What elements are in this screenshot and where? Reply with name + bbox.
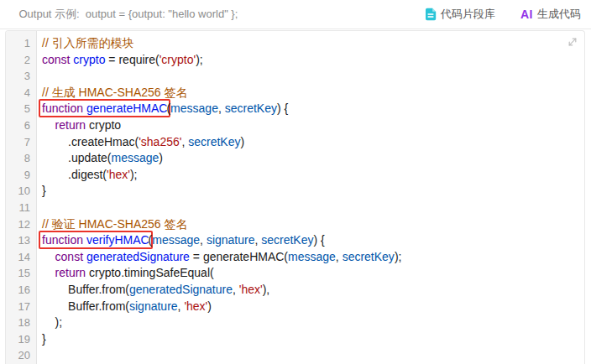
line-number-gutter: 1234567891011121314151617181920 xyxy=(6,31,37,364)
code-token: ); xyxy=(42,315,62,329)
code-token xyxy=(42,266,55,279)
code-line xyxy=(42,200,584,216)
code-token: ); xyxy=(395,250,402,263)
code-token: .createHmac( xyxy=(42,135,139,148)
code-token: const xyxy=(42,53,70,66)
code-token: verifyHMAC xyxy=(86,233,149,247)
code-token: 'hex' xyxy=(184,299,207,313)
code-content[interactable]: // 引入所需的模块const crypto = require('crypto… xyxy=(37,31,584,364)
code-line: function verifyHMAC(message, signature, … xyxy=(42,232,584,249)
code-token: = require( xyxy=(105,53,159,66)
document-icon xyxy=(425,8,437,21)
line-number: 4 xyxy=(6,85,36,101)
code-token: ) xyxy=(240,135,244,148)
code-token: message xyxy=(152,233,200,247)
code-token: , xyxy=(233,283,239,296)
code-line: .update(message) xyxy=(42,150,584,167)
code-token: 'crypto' xyxy=(160,53,196,66)
code-token: signature xyxy=(207,233,255,247)
ai-icon: AI xyxy=(520,8,533,21)
line-number: 19 xyxy=(6,331,36,348)
code-token: ) xyxy=(207,299,212,313)
code-line: ); xyxy=(42,315,584,331)
highlight-box: function generateHMAC xyxy=(39,99,170,117)
line-number: 10 xyxy=(6,183,36,200)
code-token: 'sha256' xyxy=(139,135,181,148)
code-line: return crypto xyxy=(42,117,584,134)
code-editor: 1234567891011121314151617181920 // 引入所需的… xyxy=(5,30,585,364)
code-token: secretKey xyxy=(261,233,313,247)
code-token: const xyxy=(55,250,83,263)
code-token: ); xyxy=(130,168,138,181)
line-number: 7 xyxy=(6,134,36,151)
output-example-text: Output 示例:output = {output: "hello world… xyxy=(7,0,238,34)
code-token: , xyxy=(200,233,207,247)
code-token: function xyxy=(42,233,83,247)
code-token xyxy=(42,118,55,132)
code-token: crypto xyxy=(73,53,105,66)
line-number: 1 xyxy=(6,35,36,52)
line-number: 12 xyxy=(6,216,36,233)
line-number: 2 xyxy=(6,52,36,69)
code-token: .digest( xyxy=(42,168,107,181)
code-token: = generateHMAC( xyxy=(190,250,288,263)
code-token: 'hex' xyxy=(239,283,263,296)
code-token: Buffer.from( xyxy=(42,283,129,296)
code-token: 'hex' xyxy=(107,168,130,181)
code-token: function xyxy=(42,101,83,115)
code-line: Buffer.from(generatedSignature, 'hex'), xyxy=(42,282,584,299)
code-line: return crypto.timingSafeEqual( xyxy=(42,265,584,282)
code-token: Buffer.from( xyxy=(42,299,129,313)
expand-icon[interactable] xyxy=(566,35,579,49)
header-actions: 代码片段库 AI 生成代码 xyxy=(425,7,581,22)
line-number: 3 xyxy=(6,68,36,85)
line-number: 11 xyxy=(6,200,36,216)
code-token: ) xyxy=(159,151,163,164)
code-line: const generatedSignature = generateHMAC(… xyxy=(42,249,584,266)
code-snippet-library-button[interactable]: 代码片段库 xyxy=(425,7,495,22)
code-line xyxy=(42,68,584,85)
code-token: return xyxy=(55,118,86,132)
code-token: // 引入所需的模块 xyxy=(42,36,134,49)
line-number: 17 xyxy=(6,299,36,315)
code-token: secretKey xyxy=(188,135,240,148)
line-number: 16 xyxy=(6,282,36,299)
line-number: 20 xyxy=(6,347,36,364)
line-number: 18 xyxy=(6,315,36,331)
ai-generate-code-label: 生成代码 xyxy=(537,7,581,22)
code-line xyxy=(42,347,584,364)
code-token: ); xyxy=(196,53,203,66)
code-line: // 引入所需的模块 xyxy=(42,35,584,52)
code-line: .digest('hex'); xyxy=(42,167,584,184)
code-line: const crypto = require('crypto'); xyxy=(42,52,584,69)
code-token: generateHMAC xyxy=(86,101,168,115)
code-token: ) { xyxy=(314,233,325,247)
code-line: } xyxy=(42,331,584,348)
code-token: } xyxy=(42,332,46,346)
line-number: 6 xyxy=(6,117,36,134)
line-number: 8 xyxy=(6,150,36,167)
code-token: ) { xyxy=(277,101,288,115)
code-line: Buffer.from(signature, 'hex') xyxy=(42,299,584,315)
code-token: , xyxy=(218,101,225,115)
line-number: 13 xyxy=(6,232,36,249)
line-number: 9 xyxy=(6,167,36,184)
code-token: ), xyxy=(263,283,270,296)
code-line: function generateHMAC(message, secretKey… xyxy=(42,101,584,117)
code-token: } xyxy=(42,184,46,197)
code-token: .update( xyxy=(42,151,112,164)
code-token: return xyxy=(55,266,86,279)
code-token: // 验证 HMAC-SHA256 签名 xyxy=(42,217,187,231)
output-example-label: Output 示例: xyxy=(18,8,79,20)
code-token: crypto.timingSafeEqual( xyxy=(86,266,214,279)
code-token: generatedSignature xyxy=(86,250,190,263)
code-snippet-library-label: 代码片段库 xyxy=(441,7,495,22)
code-token: secretKey xyxy=(225,101,277,115)
line-number: 14 xyxy=(6,249,36,266)
code-token: crypto xyxy=(86,118,121,132)
code-token: signature xyxy=(129,299,178,313)
code-token: generatedSignature xyxy=(129,283,233,296)
ai-generate-code-button[interactable]: AI 生成代码 xyxy=(520,7,581,22)
code-token: message xyxy=(170,101,218,115)
code-line: } xyxy=(42,183,584,200)
